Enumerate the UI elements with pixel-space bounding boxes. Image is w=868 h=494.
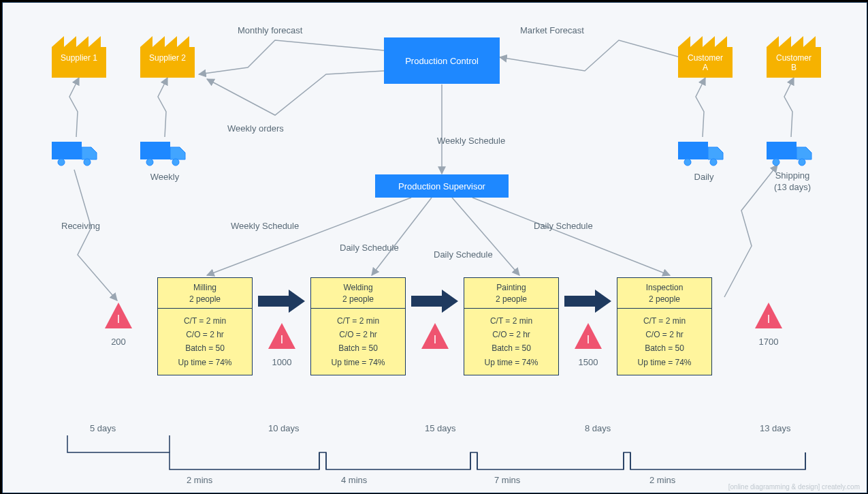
svg-rect-9 bbox=[767, 142, 797, 159]
customerB-factory: Customer B bbox=[767, 27, 821, 78]
process-milling-people: 2 people bbox=[161, 294, 249, 305]
svg-point-8 bbox=[710, 159, 717, 166]
timeline-bottom-0: 2 mins bbox=[187, 475, 212, 485]
label-weekly-schedule: Weekly Schedule bbox=[437, 136, 505, 146]
svg-text:I: I bbox=[280, 334, 283, 345]
customerA-label: Customer A bbox=[678, 54, 733, 73]
supplier2-label: Supplier 2 bbox=[140, 54, 195, 63]
production-control-box: Production Control bbox=[384, 37, 500, 84]
truck-customerA-label: Daily bbox=[678, 172, 730, 182]
svg-point-5 bbox=[172, 159, 179, 166]
inventory-1-value: 1000 bbox=[266, 357, 298, 367]
label-monthly-forecast: Monthly forecast bbox=[238, 25, 302, 35]
svg-point-7 bbox=[684, 159, 691, 166]
label-receiving: Receiving bbox=[61, 221, 100, 231]
inventory-0-value: 200 bbox=[103, 337, 133, 347]
svg-point-11 bbox=[799, 159, 805, 166]
svg-point-2 bbox=[84, 159, 91, 166]
truck-supplier1 bbox=[52, 139, 99, 168]
truck-customerA bbox=[678, 139, 726, 168]
production-supervisor-box: Production Supervisor bbox=[375, 174, 509, 198]
customerA-factory: Customer A bbox=[678, 27, 733, 78]
timeline-top-1: 10 days bbox=[268, 423, 300, 433]
inventory-0-icon: I bbox=[105, 303, 132, 328]
truck-customerB-label: Shipping (13 days) bbox=[760, 170, 825, 194]
label-weekly-orders: Weekly orders bbox=[227, 123, 284, 134]
truck-supplier2 bbox=[140, 139, 188, 168]
timeline-top-4: 13 days bbox=[760, 423, 791, 433]
label-weekly-schedule-L: Weekly Schedule bbox=[231, 221, 299, 231]
svg-point-4 bbox=[146, 159, 153, 166]
inventory-4-value: 1700 bbox=[752, 337, 785, 347]
timeline-top-2: 15 days bbox=[425, 423, 456, 433]
supplier1-label: Supplier 1 bbox=[52, 54, 106, 63]
timeline-bottom-2: 7 mins bbox=[494, 475, 520, 485]
inventory-3-value: 1500 bbox=[572, 357, 605, 367]
truck-customerB bbox=[767, 139, 814, 168]
label-daily-schedule-R: Daily Schedule bbox=[534, 221, 593, 231]
customerB-label: Customer B bbox=[767, 54, 821, 73]
inventory-1-icon: I bbox=[268, 323, 295, 349]
truck-supplier2-label: Weekly bbox=[139, 172, 191, 182]
svg-point-1 bbox=[58, 159, 65, 166]
inventory-3-icon: I bbox=[575, 323, 602, 349]
svg-point-10 bbox=[773, 159, 779, 166]
svg-rect-6 bbox=[678, 142, 708, 159]
timeline-top-3: 8 days bbox=[585, 423, 611, 433]
label-daily-schedule-L: Daily Schedule bbox=[340, 243, 399, 253]
label-market-forecast: Market Forecast bbox=[520, 25, 584, 35]
svg-rect-3 bbox=[140, 142, 170, 159]
watermark: [online diagramming & design] creately.c… bbox=[728, 483, 860, 491]
inventory-2-icon: I bbox=[421, 323, 449, 349]
svg-text:I: I bbox=[587, 334, 590, 345]
process-welding: Welding2 people C/T = 2 minC/O = 2 hrBat… bbox=[310, 277, 406, 375]
svg-text:I: I bbox=[434, 334, 436, 345]
process-milling: Milling2 people C/T = 2 minC/O = 2 hrBat… bbox=[157, 277, 253, 375]
process-painting: Painting2 people C/T = 2 minC/O = 2 hrBa… bbox=[464, 277, 559, 375]
timeline-bottom-3: 2 mins bbox=[649, 475, 675, 485]
svg-text:I: I bbox=[767, 313, 770, 325]
process-inspection: Inspection2 people C/T = 2 minC/O = 2 hr… bbox=[617, 277, 712, 375]
process-milling-name: Milling bbox=[161, 282, 249, 294]
svg-rect-0 bbox=[52, 142, 82, 159]
supplier2-factory: Supplier 2 bbox=[140, 27, 195, 78]
label-daily-schedule-M: Daily Schedule bbox=[434, 249, 493, 260]
inventory-4-icon: I bbox=[755, 303, 782, 328]
diagram-canvas: Supplier 1 Supplier 2 Customer A Custome… bbox=[2, 2, 867, 493]
supplier1-factory: Supplier 1 bbox=[52, 27, 106, 78]
timeline-top-0: 5 days bbox=[90, 423, 116, 433]
timeline-bottom-1: 4 mins bbox=[341, 475, 367, 485]
svg-text:I: I bbox=[117, 313, 120, 325]
